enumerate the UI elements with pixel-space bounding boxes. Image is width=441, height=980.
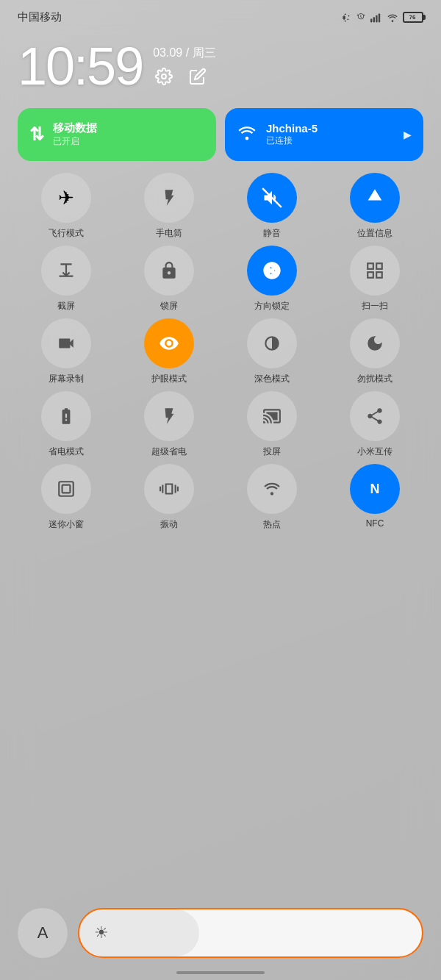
mini-window-item[interactable]: 迷你小窗 [18, 464, 115, 531]
settings-icon [155, 68, 173, 85]
eye-care-label: 护眼模式 [151, 373, 187, 385]
wifi-tile[interactable]: Jhchina-5 已连接 ▶ [225, 108, 423, 161]
location-icon-circle [350, 173, 400, 223]
signal-icon [370, 12, 382, 23]
icon-row-1: ✈ 飞行模式 手电筒 静音 位置信息 [18, 173, 423, 240]
screen-record-item[interactable]: 屏幕录制 [18, 318, 115, 385]
dnd-item[interactable]: 勿扰模式 [326, 318, 423, 385]
mi-share-label: 小米互传 [357, 446, 392, 458]
dark-mode-icon [247, 318, 297, 368]
dnd-label: 勿扰模式 [357, 373, 392, 385]
mobile-data-icon: ⇅ [29, 124, 44, 145]
super-saver-item[interactable]: 超级省电 [121, 391, 218, 458]
eye-care-item[interactable]: 护眼模式 [121, 318, 218, 385]
mute-item[interactable]: 静音 [223, 173, 320, 240]
mute-label: 静音 [263, 227, 281, 240]
nfc-item[interactable]: N NFC [326, 464, 423, 531]
hotspot-icon [247, 464, 297, 514]
mute-icon [341, 12, 351, 23]
settings-icon-btn[interactable] [153, 65, 175, 87]
cast-item[interactable]: 投屏 [223, 391, 320, 458]
icon-row-5: 迷你小窗 振动 热点 N NFC [18, 464, 423, 531]
svg-rect-13 [59, 482, 74, 496]
svg-point-7 [270, 268, 275, 273]
brightness-icon: ☀ [94, 923, 109, 943]
airplane-mode-icon: ✈ [41, 173, 91, 223]
battery-level: 76 [409, 14, 417, 21]
wifi-title: Jhchina-5 [266, 122, 318, 135]
location-item[interactable]: 位置信息 [326, 173, 423, 240]
icon-grid: ✈ 飞行模式 手电筒 静音 位置信息 截屏 [0, 173, 441, 531]
nfc-label: NFC [366, 518, 384, 529]
font-size-button[interactable]: A [18, 908, 68, 958]
dnd-icon [350, 318, 400, 368]
wifi-tile-icon [237, 124, 257, 145]
clock-right: 03.09 / 周三 [153, 46, 423, 87]
battery-saver-label: 省电模式 [49, 446, 84, 458]
svg-rect-8 [368, 263, 373, 269]
screen-record-label: 屏幕录制 [49, 373, 84, 385]
wifi-icon [387, 12, 398, 23]
clock-action-icons [153, 65, 423, 87]
svg-rect-6 [59, 276, 74, 277]
svg-rect-9 [376, 263, 382, 269]
brightness-slider[interactable]: ☀ [78, 908, 423, 958]
icon-row-3: 屏幕录制 护眼模式 深色模式 勿扰模式 [18, 318, 423, 385]
status-bar: 中国移动 76 [0, 0, 441, 29]
vibrate-item[interactable]: 振动 [121, 464, 218, 531]
svg-point-4 [162, 74, 166, 79]
quick-tiles-section: ⇅ 移动数据 已开启 Jhchina-5 已连接 ▶ [0, 108, 441, 161]
svg-rect-14 [62, 485, 71, 493]
screen-record-icon [41, 318, 91, 368]
scan-label: 扫一扫 [362, 300, 388, 312]
airplane-mode-item[interactable]: ✈ 飞行模式 [18, 173, 115, 240]
battery-saver-item[interactable]: 省电模式 [18, 391, 115, 458]
eye-care-icon [144, 318, 194, 368]
screenshot-label: 截屏 [57, 300, 75, 312]
edit-icon-btn[interactable] [187, 65, 209, 87]
wifi-signal-indicator: ▶ [404, 129, 412, 140]
mini-window-label: 迷你小窗 [49, 518, 84, 531]
super-saver-icon [144, 391, 194, 441]
location-label: 位置信息 [357, 227, 392, 240]
svg-rect-11 [376, 272, 382, 278]
nfc-text: N [370, 482, 380, 497]
flashlight-item[interactable]: 手电筒 [121, 173, 218, 240]
font-size-label: A [37, 923, 49, 943]
rotation-lock-icon [247, 246, 297, 296]
hotspot-label: 热点 [263, 518, 281, 531]
svg-rect-3 [379, 13, 380, 22]
vibrate-label: 振动 [160, 518, 178, 531]
svg-rect-0 [370, 18, 372, 22]
mobile-data-text: 移动数据 已开启 [53, 121, 97, 148]
carrier-label: 中国移动 [18, 10, 62, 24]
dark-mode-item[interactable]: 深色模式 [223, 318, 320, 385]
alarm-icon [356, 12, 366, 23]
edit-icon [189, 68, 207, 85]
super-saver-label: 超级省电 [151, 446, 187, 458]
mini-window-icon [41, 464, 91, 514]
clock-date: 03.09 / 周三 [153, 46, 423, 61]
flashlight-label: 手电筒 [156, 227, 182, 240]
lockscreen-icon [144, 246, 194, 296]
hotspot-item[interactable]: 热点 [223, 464, 320, 531]
icon-row-2: 截屏 锁屏 方向锁定 扫一扫 [18, 246, 423, 312]
wifi-text: Jhchina-5 已连接 [266, 122, 318, 147]
mobile-data-tile[interactable]: ⇅ 移动数据 已开启 [18, 108, 216, 161]
mi-share-item[interactable]: 小米互传 [326, 391, 423, 458]
svg-rect-1 [373, 17, 375, 22]
airplane-mode-label: 飞行模式 [49, 227, 84, 240]
clock-time: 10:59 [18, 36, 143, 96]
mute-icon-circle [247, 173, 297, 223]
screenshot-item[interactable]: 截屏 [18, 246, 115, 312]
lockscreen-label: 锁屏 [160, 300, 178, 312]
cast-icon [247, 391, 297, 441]
lockscreen-item[interactable]: 锁屏 [121, 246, 218, 312]
scan-item[interactable]: 扫一扫 [326, 246, 423, 312]
wifi-subtitle: 已连接 [266, 135, 318, 147]
rotation-lock-label: 方向锁定 [254, 300, 290, 312]
mobile-data-subtitle: 已开启 [53, 135, 97, 148]
rotation-lock-item[interactable]: 方向锁定 [223, 246, 320, 312]
nfc-icon-circle: N [350, 464, 400, 514]
mobile-data-title: 移动数据 [53, 121, 97, 135]
